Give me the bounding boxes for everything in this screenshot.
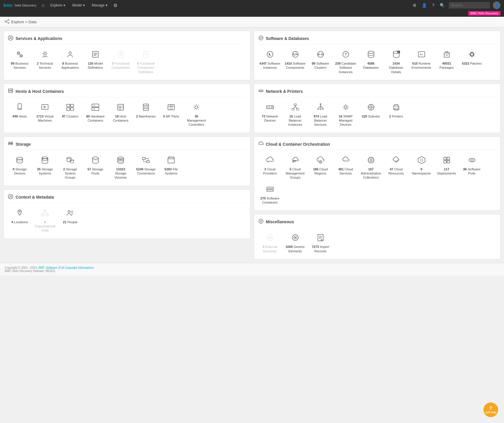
item-technical-services[interactable]: 2 Technical Services bbox=[33, 48, 57, 76]
item-cloud-services[interactable]: 481 Cloud Services bbox=[334, 154, 358, 182]
item-storage-connections[interactable]: 5249 Storage Connections bbox=[134, 154, 158, 182]
footer-copyright-link[interactable]: Full Copyright Information bbox=[59, 266, 93, 269]
item-label-network-devices: 73 Network Devices bbox=[259, 114, 281, 123]
item-business-services[interactable]: 89 Business Services bbox=[8, 48, 31, 76]
svg-point-157 bbox=[269, 188, 271, 190]
section-icon-miscellaneous bbox=[258, 219, 264, 225]
svg-rect-139 bbox=[395, 108, 398, 110]
item-subnets[interactable]: 220 Subnets bbox=[359, 101, 383, 129]
section-icon-services-applications bbox=[8, 35, 13, 42]
svg-point-28 bbox=[19, 109, 20, 110]
model-menu[interactable]: Model ▾ bbox=[69, 0, 88, 11]
item-hosts[interactable]: 449 Hosts bbox=[8, 101, 31, 129]
svg-text:i: i bbox=[398, 51, 399, 53]
item-cloud-resources[interactable]: 47 Cloud Resources bbox=[385, 154, 408, 182]
user-icon[interactable]: 👤 bbox=[421, 2, 428, 9]
item-storage-pools[interactable]: 57 Storage Pools bbox=[84, 154, 107, 182]
svg-rect-34 bbox=[70, 108, 74, 110]
settings-icon[interactable]: ⚙ bbox=[112, 3, 119, 8]
svg-point-62 bbox=[92, 157, 98, 159]
item-packages[interactable]: 40031 Packages bbox=[435, 48, 459, 76]
item-label-mgmt-controllers: 36 Management Controllers bbox=[186, 114, 207, 127]
item-clusters[interactable]: 97 Clusters bbox=[58, 101, 82, 129]
item-generic-elements[interactable]: 1009 Generic Elements bbox=[284, 232, 307, 255]
item-databases[interactable]: 4586 Databases bbox=[359, 48, 383, 76]
discovery-icon[interactable]: ⚙ bbox=[412, 2, 418, 9]
svg-rect-167 bbox=[318, 234, 323, 241]
footer: Copyright © 2003 - 2024, BMC Software (F… bbox=[0, 263, 504, 276]
item-software-containers[interactable]: 270 Software Containers bbox=[258, 183, 282, 207]
item-external-elements: 0 External Elements bbox=[258, 232, 282, 255]
item-database-details[interactable]: i1434 Database Details bbox=[385, 48, 408, 76]
svg-point-85 bbox=[71, 211, 73, 213]
svg-line-91 bbox=[295, 53, 296, 56]
item-file-systems[interactable]: 5283 File Systems bbox=[159, 154, 183, 182]
item-hardware-containers[interactable]: 80 Hardware Containers bbox=[84, 101, 107, 129]
svg-point-61 bbox=[70, 160, 74, 161]
svg-point-148 bbox=[420, 159, 423, 161]
item-host-containers[interactable]: 19 Host Containers bbox=[109, 101, 132, 129]
item-people[interactable]: 21 People bbox=[58, 207, 82, 234]
item-label-software-clusters: 99 Software Clusters bbox=[310, 61, 331, 70]
item-storage-devices[interactable]: 9 Storage Devices bbox=[8, 154, 31, 182]
item-software-instances[interactable]: 4347 Software Instances bbox=[258, 48, 282, 76]
item-storage-systems[interactable]: 35 Storage Systems bbox=[33, 154, 57, 182]
section-items-context-metadata: 4 Locations0 Organizational Units21 Peop… bbox=[8, 207, 246, 234]
item-printers[interactable]: 2 Printers bbox=[385, 101, 408, 129]
item-icon-cloud-resources bbox=[392, 156, 400, 165]
manage-menu[interactable]: Manage ▾ bbox=[89, 0, 110, 11]
item-label-locations: 4 Locations bbox=[11, 220, 28, 224]
svg-rect-73 bbox=[168, 158, 174, 163]
search-input[interactable] bbox=[449, 2, 490, 9]
svg-rect-47 bbox=[168, 105, 174, 110]
item-label-storage-connections: 5249 Storage Connections bbox=[135, 167, 156, 176]
item-model-definitions[interactable]: 135 Model Definitions bbox=[84, 48, 107, 76]
item-admin-collections[interactable]: 167 Administrative Collections bbox=[359, 154, 383, 182]
item-icon-storage-pools bbox=[91, 156, 100, 165]
item-lb-services[interactable]: 974 Load Balancer Services bbox=[309, 101, 332, 129]
svg-point-154 bbox=[471, 159, 473, 161]
item-network-devices[interactable]: 73 Network Devices bbox=[258, 101, 282, 129]
item-business-applications[interactable]: 8 Business Applications bbox=[58, 48, 82, 76]
item-virtual-machines[interactable]: 1713 Virtual Machines bbox=[33, 101, 57, 129]
item-storage-volumes[interactable]: 13323 Storage Volumes bbox=[109, 154, 132, 182]
item-software-components[interactable]: 1410 Software Components bbox=[284, 48, 307, 76]
item-cloud-mgmt-groups[interactable]: 5 Cloud Management Groups bbox=[284, 154, 307, 182]
item-software-pods[interactable]: 86 Software Pods bbox=[460, 154, 484, 182]
avatar[interactable]: 👤 bbox=[493, 1, 500, 9]
section-title-text-storage: Storage bbox=[16, 142, 31, 147]
item-import-records[interactable]: 7273 Import Records bbox=[309, 232, 332, 255]
footer-bmc-link[interactable]: BMC Software bbox=[38, 266, 57, 269]
home-button[interactable]: ⌂ bbox=[40, 3, 46, 8]
item-label-cloud-resources: 47 Cloud Resources bbox=[386, 167, 407, 176]
item-software-clusters[interactable]: 99 Software Clusters bbox=[309, 48, 332, 76]
item-deployments[interactable]: 117 Deployments bbox=[435, 154, 459, 182]
item-label-storage-systems: 35 Storage Systems bbox=[34, 167, 55, 176]
section-items-network-printers: 73 Network Devices16 Load Balancer Insta… bbox=[258, 101, 496, 129]
item-mgmt-controllers[interactable]: 36 Management Controllers bbox=[185, 101, 208, 129]
item-label-deployments: 117 Deployments bbox=[436, 167, 457, 176]
item-mainframes[interactable]: 2 Mainframes bbox=[134, 101, 158, 129]
app-logo[interactable]: bmc helix Discovery bbox=[4, 3, 36, 8]
explore-menu[interactable]: Explore ▾ bbox=[47, 0, 68, 11]
section-title-context-metadata: Context & Metadata bbox=[8, 194, 246, 203]
item-candidate-sw-instances[interactable]: ?239 Candidate Software Instances bbox=[334, 48, 358, 76]
item-label-snmp-devices: 16 SNMP Managed Devices bbox=[335, 114, 356, 127]
item-cloud-providers[interactable]: 3 Cloud Providers bbox=[258, 154, 282, 182]
item-icon-clusters bbox=[66, 103, 74, 113]
item-cloud-regions[interactable]: 186 Cloud Regions bbox=[309, 154, 332, 182]
svg-rect-35 bbox=[92, 104, 99, 107]
item-mf-parts[interactable]: 5 MF Parts bbox=[159, 101, 183, 129]
search-icon[interactable]: 🔍 bbox=[439, 2, 446, 9]
section-title-text-software-databases: Software & Databases bbox=[266, 36, 309, 41]
help-icon[interactable]: ? bbox=[431, 2, 436, 9]
item-snmp-devices[interactable]: 16 SNMP Managed Devices bbox=[334, 101, 358, 129]
item-storage-system-groups[interactable]: 2 Storage System Groups bbox=[58, 154, 82, 182]
item-lb-instances[interactable]: 16 Load Balancer Instances bbox=[284, 101, 307, 129]
item-locations[interactable]: 4 Locations bbox=[8, 207, 31, 234]
item-patches[interactable]: 5322 Patches bbox=[460, 48, 484, 76]
item-runtime-envs[interactable]: 610 Runtime Environments bbox=[410, 48, 433, 76]
item-icon-file-systems bbox=[167, 156, 175, 165]
item-namespaces[interactable]: 9 Namespaces bbox=[410, 154, 433, 182]
item-label-printers: 2 Printers bbox=[389, 114, 403, 118]
